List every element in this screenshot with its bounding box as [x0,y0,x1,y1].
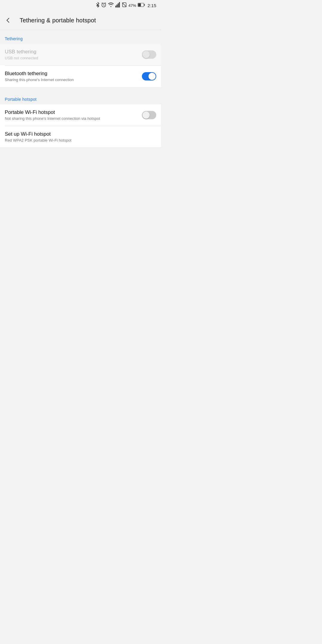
bluetooth-tethering-toggle-thumb [148,73,156,80]
portable-wifi-hotspot-text: Portable Wi-Fi hotspot Not sharing this … [5,109,142,121]
status-bar: 47% 2:15 [0,0,161,11]
usb-tethering-text: USB tethering USB not connected [5,49,142,61]
bluetooth-tethering-label: Bluetooth tethering [5,70,142,77]
svg-rect-8 [144,4,145,6]
svg-rect-3 [118,3,119,7]
usb-tethering-toggle-thumb [143,51,150,58]
portable-wifi-hotspot-toggle[interactable] [142,111,156,119]
setup-wifi-hotspot-sublabel: Red WPA2 PSK portable Wi-Fi hotspot [5,138,156,143]
bluetooth-tethering-item[interactable]: Bluetooth tethering Sharing this phone's… [0,66,161,87]
status-icons: 47% 2:15 [96,2,156,9]
svg-rect-9 [138,4,141,7]
svg-line-6 [122,3,126,7]
tethering-section-title: Tethering [5,36,23,41]
no-sim-icon [122,2,127,9]
usb-tethering-label: USB tethering [5,49,142,55]
portable-wifi-hotspot-label: Portable Wi-Fi hotspot [5,109,142,116]
alarm-icon [101,2,106,9]
bluetooth-icon [96,2,100,9]
portable-hotspot-section-title: Portable hotspot [5,97,37,102]
bluetooth-tethering-toggle[interactable] [142,72,156,80]
usb-tethering-sublabel: USB not connected [5,56,142,61]
portable-hotspot-section: Portable Wi-Fi hotspot Not sharing this … [0,104,161,148]
status-time: 2:15 [148,3,156,8]
portable-wifi-hotspot-toggle-thumb [143,112,150,119]
svg-rect-4 [119,2,120,7]
tethering-section-header: Tethering [0,30,161,44]
setup-wifi-hotspot-item[interactable]: Set up Wi-Fi hotspot Red WPA2 PSK portab… [0,126,161,148]
svg-rect-1 [115,6,116,7]
portable-wifi-hotspot-sublabel: Not sharing this phone's Internet connec… [5,116,142,121]
section-gap [0,87,161,91]
signal-icon [115,2,120,9]
bottom-divider [0,148,161,148]
usb-tethering-section: USB tethering USB not connected Bluetoot… [0,44,161,87]
usb-tethering-item: USB tethering USB not connected [0,44,161,65]
portable-wifi-hotspot-item[interactable]: Portable Wi-Fi hotspot Not sharing this … [0,104,161,126]
usb-tethering-toggle [142,50,156,59]
setup-wifi-hotspot-label: Set up Wi-Fi hotspot [5,131,156,137]
setup-wifi-hotspot-text: Set up Wi-Fi hotspot Red WPA2 PSK portab… [5,131,156,143]
svg-rect-2 [117,4,117,7]
bluetooth-tethering-text: Bluetooth tethering Sharing this phone's… [5,70,142,83]
app-bar: Tethering & portable hotspot [0,11,161,30]
battery-percentage: 47% [129,3,136,8]
portable-hotspot-section-header: Portable hotspot [0,91,161,104]
page-title: Tethering & portable hotspot [20,17,96,24]
bluetooth-tethering-sublabel: Sharing this phone's Internet connection [5,78,142,83]
back-button[interactable] [2,15,14,26]
wifi-icon [108,2,114,8]
battery-icon [138,3,145,8]
